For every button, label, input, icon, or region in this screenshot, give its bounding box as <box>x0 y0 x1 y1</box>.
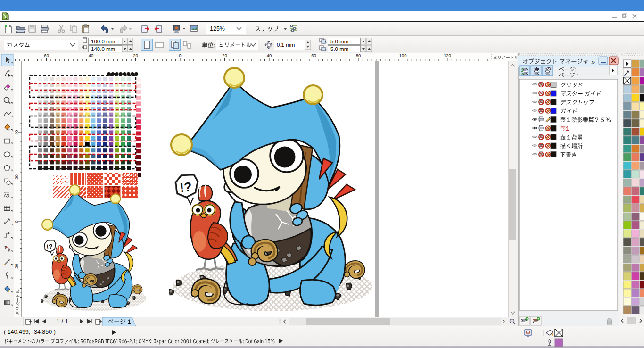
svg-text:40: 40 <box>267 53 272 58</box>
svg-text:»: » <box>591 58 595 66</box>
svg-text:120: 120 <box>444 53 451 58</box>
svg-text:40: 40 <box>89 53 94 58</box>
svg-text:60: 60 <box>44 53 49 58</box>
svg-text:1 / 1: 1 / 1 <box>56 318 68 325</box>
svg-text:20: 20 <box>14 264 19 269</box>
svg-text:y: y <box>325 48 327 51</box>
svg-text:20: 20 <box>14 174 19 180</box>
svg-text:20: 20 <box>222 53 227 58</box>
svg-text:20: 20 <box>133 53 138 58</box>
svg-text:60: 60 <box>311 53 316 58</box>
svg-text:100: 100 <box>399 53 407 58</box>
svg-text:x: x <box>325 40 327 43</box>
svg-text:0: 0 <box>14 220 19 223</box>
svg-text:40: 40 <box>14 130 19 135</box>
svg-text:0: 0 <box>179 53 181 58</box>
svg-text:80: 80 <box>356 53 361 58</box>
